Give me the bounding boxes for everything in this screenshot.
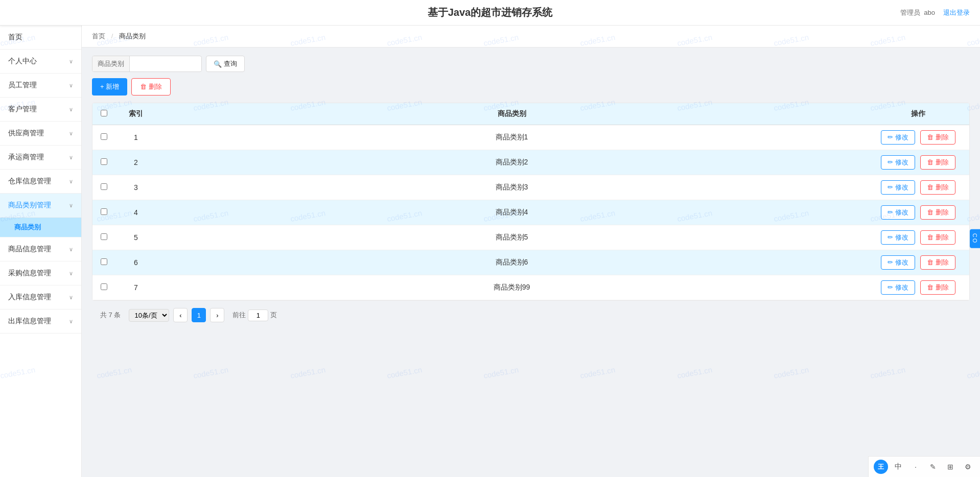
row-index: 5 — [115, 225, 156, 250]
layout: 首页个人中心∨员工管理∨客户管理∨供应商管理∨承运商管理∨仓库信息管理∨商品类别… — [0, 26, 980, 477]
row-checkbox-1[interactable] — [101, 133, 107, 140]
sidebar-item-supplier[interactable]: 供应商管理∨ — [0, 122, 81, 146]
watermark-text: code51.cn — [386, 365, 423, 380]
sidebar-label-customer: 客户管理 — [8, 105, 37, 114]
row-checkbox-2[interactable] — [101, 158, 107, 165]
tool-cn[interactable]: 中 — [891, 460, 905, 474]
chevron-down-icon: ∨ — [69, 202, 73, 209]
delete-button-4[interactable]: 🗑 删除 — [920, 205, 955, 220]
row-checkbox-cell — [92, 250, 115, 275]
jump-suffix: 页 — [270, 311, 277, 320]
chevron-down-icon: ∨ — [69, 130, 73, 137]
logout-button[interactable]: 退出登录 — [943, 8, 970, 17]
row-checkbox-4[interactable] — [101, 208, 107, 215]
search-bar: 商品类别 🔍 查询 — [92, 56, 970, 72]
edit-button-3[interactable]: ✏ 修改 — [881, 180, 915, 195]
edit-button-1[interactable]: ✏ 修改 — [881, 130, 915, 145]
chevron-down-icon: ∨ — [69, 178, 73, 185]
batch-delete-button[interactable]: 🗑 删除 — [131, 78, 171, 96]
sidebar-item-inbound[interactable]: 入库信息管理∨ — [0, 285, 81, 309]
row-action: ✏ 修改 🗑 删除 — [867, 225, 969, 250]
sidebar-label-home: 首页 — [8, 33, 22, 42]
watermark-text: code51.cn — [193, 365, 229, 380]
page-jump: 前往 页 — [232, 309, 277, 321]
page-1-button[interactable]: 1 — [192, 308, 206, 322]
row-checkbox-6[interactable] — [101, 258, 107, 265]
per-page-select[interactable]: 10条/页 20条/页 50条/页 — [129, 309, 169, 322]
delete-button-1[interactable]: 🗑 删除 — [920, 130, 955, 145]
sidebar-label-inbound: 入库信息管理 — [8, 293, 51, 302]
row-checkbox-7[interactable] — [101, 283, 107, 290]
row-category: 商品类别99 — [156, 275, 867, 300]
search-label: 商品类别 — [92, 56, 130, 71]
delete-button-6[interactable]: 🗑 删除 — [920, 255, 955, 270]
row-checkbox-5[interactable] — [101, 233, 107, 240]
table-row: 1 商品类别1 ✏ 修改 🗑 删除 — [92, 125, 969, 150]
sidebar-item-home[interactable]: 首页 — [0, 26, 81, 50]
row-index: 2 — [115, 150, 156, 175]
edit-button-6[interactable]: ✏ 修改 — [881, 255, 915, 270]
row-category: 商品类别2 — [156, 150, 867, 175]
avatar[interactable]: 王 — [874, 460, 888, 474]
data-table: 索引 商品类别 操作 1 商品类别1 ✏ 修改 🗑 删除 2 商品类别2 — [92, 103, 970, 301]
total-info: 共 7 条 — [100, 311, 121, 320]
edit-button-7[interactable]: ✏ 修改 — [881, 280, 915, 295]
sidebar-item-outbound[interactable]: 出库信息管理∨ — [0, 309, 81, 333]
row-action: ✏ 修改 🗑 删除 — [867, 200, 969, 225]
row-action: ✏ 修改 🗑 删除 — [867, 275, 969, 300]
tool-edit[interactable]: ✎ — [926, 460, 940, 474]
edit-button-2[interactable]: ✏ 修改 — [881, 155, 915, 170]
prev-page-button[interactable]: ‹ — [173, 308, 188, 322]
row-action: ✏ 修改 🗑 删除 — [867, 250, 969, 275]
search-button[interactable]: 🔍 查询 — [206, 56, 245, 72]
add-button[interactable]: + 新增 — [92, 78, 127, 96]
tool-grid[interactable]: ⊞ — [943, 460, 958, 474]
next-page-button[interactable]: › — [210, 308, 224, 322]
search-input[interactable] — [130, 57, 201, 71]
table-header-row: 索引 商品类别 操作 — [92, 103, 969, 125]
sidebar: 首页个人中心∨员工管理∨客户管理∨供应商管理∨承运商管理∨仓库信息管理∨商品类别… — [0, 26, 82, 477]
sidebar-item-category-mgmt[interactable]: 商品类别管理∨ — [0, 194, 81, 218]
search-input-wrap: 商品类别 — [92, 56, 202, 72]
row-action: ✏ 修改 🗑 删除 — [867, 125, 969, 150]
th-checkbox — [92, 103, 115, 125]
row-index: 6 — [115, 250, 156, 275]
sidebar-label-supplier: 供应商管理 — [8, 129, 44, 138]
table-row: 5 商品类别5 ✏ 修改 🗑 删除 — [92, 225, 969, 250]
row-checkbox-cell — [92, 225, 115, 250]
watermark-text: code51.cn — [966, 365, 980, 380]
sidebar-item-carrier[interactable]: 承运商管理∨ — [0, 146, 81, 170]
chevron-down-icon: ∨ — [69, 318, 73, 325]
sidebar-item-employee[interactable]: 员工管理∨ — [0, 74, 81, 98]
row-checkbox-3[interactable] — [101, 183, 107, 190]
chevron-down-icon: ∨ — [69, 294, 73, 301]
sidebar-item-purchase[interactable]: 采购信息管理∨ — [0, 261, 81, 285]
jump-input[interactable] — [248, 309, 268, 321]
sidebar-label-personal: 个人中心 — [8, 57, 37, 66]
delete-button-5[interactable]: 🗑 删除 — [920, 230, 955, 245]
delete-button-3[interactable]: 🗑 删除 — [920, 180, 955, 195]
sidebar-item-personal[interactable]: 个人中心∨ — [0, 50, 81, 74]
right-bar[interactable]: CO — [970, 229, 980, 248]
row-index: 4 — [115, 200, 156, 225]
sidebar-item-warehouse[interactable]: 仓库信息管理∨ — [0, 170, 81, 194]
sidebar-sub-item-category[interactable]: 商品类别 — [0, 218, 81, 237]
delete-button-7[interactable]: 🗑 删除 — [920, 280, 955, 295]
sidebar-item-goods-info[interactable]: 商品信息管理∨ — [0, 237, 81, 261]
breadcrumb-home[interactable]: 首页 — [92, 32, 105, 40]
edit-button-4[interactable]: ✏ 修改 — [881, 205, 915, 220]
tool-dot[interactable]: · — [908, 460, 923, 474]
sidebar-label-carrier: 承运商管理 — [8, 153, 44, 162]
select-all-checkbox[interactable] — [101, 110, 107, 116]
chevron-down-icon: ∨ — [69, 246, 73, 253]
jump-prefix: 前往 — [232, 311, 246, 320]
row-category: 商品类别6 — [156, 250, 867, 275]
row-index: 7 — [115, 275, 156, 300]
row-category: 商品类别3 — [156, 175, 867, 200]
table-row: 6 商品类别6 ✏ 修改 🗑 删除 — [92, 250, 969, 275]
sidebar-item-customer[interactable]: 客户管理∨ — [0, 98, 81, 122]
tool-settings[interactable]: ⚙ — [961, 460, 975, 474]
edit-button-5[interactable]: ✏ 修改 — [881, 230, 915, 245]
delete-button-2[interactable]: 🗑 删除 — [920, 155, 955, 170]
search-icon: 🔍 — [214, 60, 222, 68]
